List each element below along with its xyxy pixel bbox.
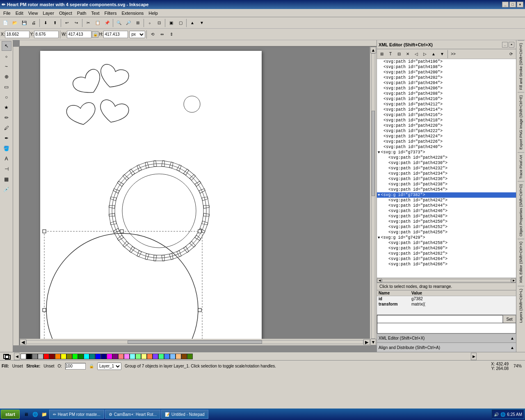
minimize-button[interactable]: _ — [502, 2, 509, 7]
ungroup-button[interactable]: ▢ — [176, 18, 185, 27]
xml-path4264[interactable]: <svg:path id="path4264"> — [377, 256, 516, 262]
side-tab-xml[interactable]: XML Editor (Shift+Ctrl+X) — [518, 239, 524, 285]
xml-move-up[interactable]: ▲ — [429, 50, 438, 58]
zoom-in-button[interactable]: 🔍 — [114, 18, 123, 27]
xml-delete[interactable]: ✕ — [404, 50, 412, 58]
color-swatch-skyblue[interactable] — [170, 354, 176, 359]
copy-button[interactable]: 📋 — [93, 18, 102, 27]
xml-path4228[interactable]: <svg:path id="path4228"> — [377, 155, 516, 160]
lock-button[interactable]: 🔒 — [92, 31, 98, 38]
color-swatch-cornflower[interactable] — [164, 354, 170, 359]
xml-copy-node[interactable]: >> — [449, 50, 457, 58]
select-all-button[interactable]: ⊡ — [155, 18, 164, 27]
xml-collapse-g7382[interactable]: ▼ — [377, 193, 381, 197]
color-swatch-navy[interactable] — [101, 354, 107, 359]
xml-path4260[interactable]: <svg:path id="path4260"> — [377, 246, 516, 251]
xml-path4254[interactable]: <svg:path id="path4254"> — [377, 187, 516, 192]
open-button[interactable]: 📂 — [10, 18, 19, 27]
xml-path4204[interactable]: <svg:path id="path4204"> — [377, 80, 516, 86]
color-swatch-green[interactable] — [78, 354, 84, 359]
xml-node-input[interactable] — [377, 315, 503, 323]
xml-collapse-g7373[interactable]: ▼ — [377, 151, 381, 155]
xml-editor-panel-tab[interactable]: XML Editor (Shift+Ctrl+X) ▲ — [377, 334, 516, 343]
menu-edit[interactable]: Edit — [13, 10, 26, 16]
color-swatch-silver[interactable] — [38, 354, 43, 359]
xml-group-g7382-header[interactable]: ▼ <svg:g id="g7382"> — [377, 192, 516, 198]
canvas[interactable] — [20, 47, 370, 345]
xml-path4196[interactable]: <svg:path id="path4196"> — [377, 59, 516, 64]
zoom-fit-button[interactable]: ⊞ — [133, 18, 142, 27]
xml-path4210[interactable]: <svg:path id="path4210"> — [377, 96, 516, 102]
color-swatch-orange[interactable] — [55, 354, 61, 359]
zoom-tool[interactable]: ⊕ — [2, 72, 11, 82]
color-swatch-lime[interactable] — [72, 354, 78, 359]
xml-refresh[interactable]: ⟳ — [507, 50, 515, 58]
xml-path4214[interactable]: <svg:path id="path4214"> — [377, 107, 516, 112]
vertical-scrollbar[interactable]: ▲ ▼ — [370, 47, 377, 345]
side-tab-export[interactable]: Export PNG Image (Shift+Ctrl+E) — [518, 92, 524, 152]
pencil-tool[interactable]: ✏ — [2, 113, 11, 123]
color-swatch-cyan[interactable] — [84, 354, 89, 359]
horizontal-scrollbar[interactable]: ◀ ▶ — [20, 339, 370, 345]
menu-layer[interactable]: Layer — [40, 10, 57, 16]
undo-button[interactable]: ↩ — [62, 18, 71, 27]
xml-path4216[interactable]: <svg:path id="path4216"> — [377, 112, 516, 118]
save-button[interactable]: 💾 — [20, 18, 29, 27]
color-swatch-black[interactable] — [26, 354, 32, 359]
lower-button[interactable]: ▼ — [197, 18, 206, 27]
xml-path4200[interactable]: <svg:path id="path4200"> — [377, 70, 516, 75]
color-scroll-right[interactable]: ▶ — [471, 353, 477, 360]
xml-path4258[interactable]: <svg:path id="path4258"> — [377, 240, 516, 246]
gradient-tool[interactable]: ▦ — [2, 174, 11, 184]
xml-indent[interactable]: ▷ — [421, 50, 429, 58]
color-swatch-teal[interactable] — [89, 354, 95, 359]
y-input[interactable] — [34, 31, 59, 38]
star-tool[interactable]: ★ — [2, 103, 11, 112]
menu-extensions[interactable]: Extensions — [119, 10, 146, 16]
h-input[interactable] — [103, 31, 128, 38]
xml-path4226[interactable]: <svg:path id="path4226"> — [377, 139, 516, 144]
zoom-out-button[interactable]: 🔎 — [124, 18, 133, 27]
group-button[interactable]: ▣ — [167, 18, 176, 27]
connector-tool[interactable]: ⊣ — [2, 164, 11, 174]
layer-select[interactable]: Layer_1 — [97, 363, 121, 370]
flip-v-button[interactable]: ⇕ — [167, 30, 176, 39]
xml-group-g7373-header[interactable]: ▼ <svg:g id="g7373"> — [377, 150, 516, 155]
xml-minimize[interactable]: _ — [502, 42, 508, 48]
xml-path4222[interactable]: <svg:path id="path4222"> — [377, 128, 516, 134]
pen-tool[interactable]: 🖊 — [2, 123, 11, 133]
flip-h-button[interactable]: ⇔ — [158, 30, 167, 39]
opacity-input[interactable] — [65, 363, 86, 370]
xml-path4240[interactable]: <svg:path id="path4240"> — [377, 144, 516, 150]
color-swatch-peach[interactable] — [176, 354, 181, 359]
xml-path4224[interactable]: <svg:path id="path4224"> — [377, 134, 516, 139]
color-swatch-lightmagenta[interactable] — [124, 354, 130, 359]
xml-set-button[interactable]: Set — [503, 315, 516, 323]
taskbar-cambam[interactable]: ⚙ CamBam+: Heart Rot... — [105, 410, 160, 419]
color-swatch-darklime[interactable] — [187, 354, 193, 359]
xml-group-g7429-header[interactable]: ▼ <svg:g id="g7429"> — [377, 235, 516, 240]
export-button[interactable]: ⬆ — [50, 18, 59, 27]
xml-close[interactable]: × — [509, 42, 514, 48]
xml-path4244[interactable]: <svg:path id="path4244"> — [377, 203, 516, 208]
bucket-tool[interactable]: 🪣 — [2, 144, 11, 153]
xml-duplicate[interactable]: ⊟ — [395, 50, 403, 58]
close-button[interactable]: × — [517, 2, 523, 7]
text-tool[interactable]: A — [2, 154, 11, 164]
node-edit-tool[interactable]: ⬦ — [2, 51, 11, 61]
xml-path4266[interactable]: <svg:path id="path4266"> — [377, 262, 516, 267]
xml-path4208[interactable]: <svg:path id="path4208"> — [377, 91, 516, 96]
color-swatch-blue[interactable] — [95, 354, 101, 359]
xml-path4262[interactable]: <svg:path id="path4262"> — [377, 251, 516, 256]
circle-tool[interactable]: ○ — [2, 92, 11, 102]
color-scroll-left[interactable]: ◀ — [14, 353, 20, 360]
color-swatch-darkred[interactable] — [49, 354, 55, 359]
xml-g7373[interactable]: <svg:g id="g7373"> — [381, 150, 425, 155]
color-swatch-yellow[interactable] — [61, 354, 66, 359]
xml-path4220[interactable]: <svg:path id="path4220"> — [377, 123, 516, 128]
import-button[interactable]: ⬇ — [41, 18, 50, 27]
xml-new-element[interactable]: ⊞ — [378, 50, 386, 58]
side-tab-fill[interactable]: Fill and Stroke (Shift+Ctrl+F) — [518, 40, 524, 92]
cut-button[interactable]: ✂ — [84, 18, 93, 27]
menu-text[interactable]: Text — [89, 10, 102, 16]
